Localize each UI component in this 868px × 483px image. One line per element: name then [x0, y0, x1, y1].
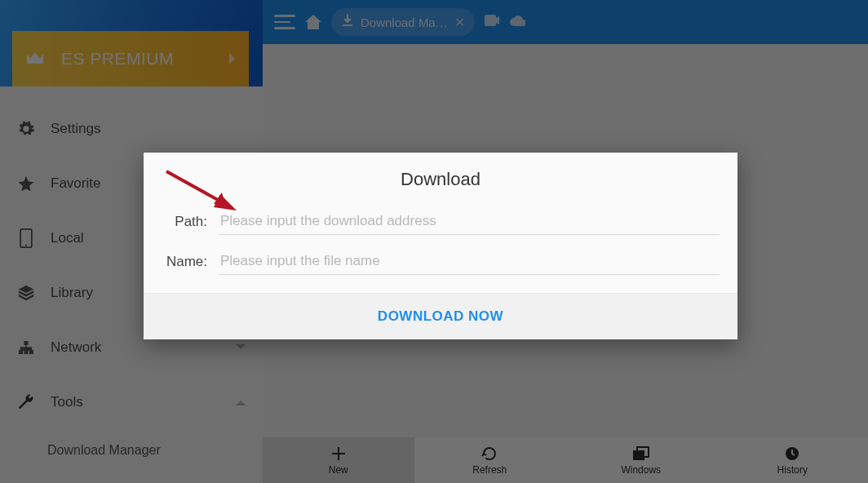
dialog-title: Download	[144, 153, 737, 202]
name-input[interactable]	[219, 248, 720, 275]
name-field-row: Name:	[144, 242, 737, 281]
path-label: Path:	[162, 214, 207, 230]
path-input[interactable]	[219, 208, 720, 235]
download-now-button[interactable]: DOWNLOAD NOW	[144, 294, 737, 339]
name-label: Name:	[162, 254, 207, 270]
path-field-row: Path:	[144, 202, 737, 242]
download-dialog: Download Path: Name: DOWNLOAD NOW	[144, 153, 737, 339]
